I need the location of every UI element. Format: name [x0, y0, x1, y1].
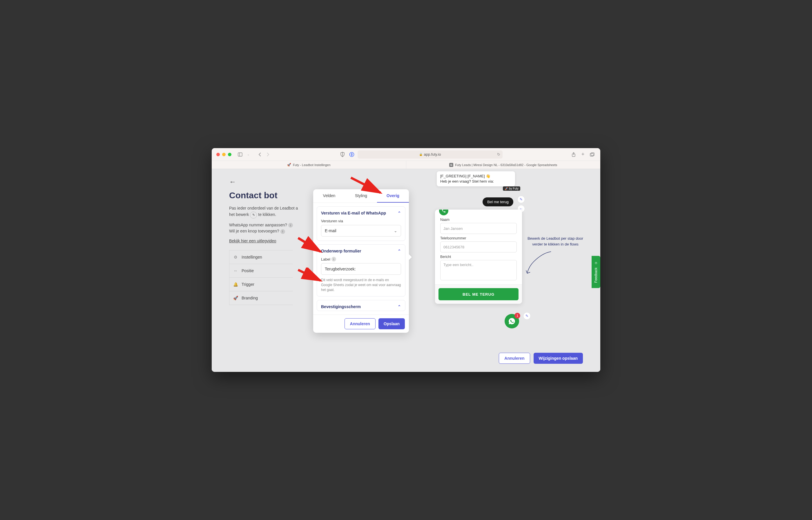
maximize-window-button[interactable]	[228, 153, 231, 156]
chevron-up-icon: ⌃	[398, 211, 401, 215]
lock-icon: 🔒	[419, 153, 423, 156]
futy-favicon: 🚀	[287, 163, 291, 167]
greeting-bubble: [F_GREETING] [F_NAME] 👋 Heb je een vraag…	[437, 171, 515, 186]
section-header[interactable]: Bevestigingsscherm ⌃	[321, 304, 401, 309]
chevron-down-icon[interactable]: ⌄	[245, 151, 252, 158]
tab-overview-icon[interactable]	[589, 151, 596, 158]
name-label: Naam	[440, 218, 517, 222]
fab-badge: 1	[514, 313, 520, 318]
phone-label: Telefoonnummer	[440, 236, 517, 240]
share-icon[interactable]	[570, 151, 577, 158]
tab-styling[interactable]: Styling	[345, 189, 377, 203]
modal-cancel-button[interactable]: Annuleren	[345, 318, 376, 329]
label-input[interactable]	[321, 263, 401, 275]
page-content: ← Contact bot Pas ieder onderdeel van de…	[212, 169, 600, 372]
message-textarea[interactable]: Type een bericht..	[440, 260, 517, 280]
submit-callback-button[interactable]: BEL ME TERUG	[438, 288, 518, 300]
page-cancel-button[interactable]: Annuleren	[499, 353, 530, 364]
section-onderwerp: Onderwerp formulier ⌃ Label i Dit veld w…	[317, 244, 405, 296]
nav-forward-button[interactable]	[264, 151, 272, 158]
sidebar-icon[interactable]	[237, 151, 244, 158]
field-label: Versturen via	[321, 219, 401, 223]
browser-window: ⌄ 🔒 app.futy.io ↻ + 🚀 Futy - Leadbot Ins…	[212, 148, 600, 372]
section-header[interactable]: Versturen via E-mail of WhatsApp ⌃	[321, 211, 401, 215]
whatsapp-fab[interactable]: 1	[505, 314, 519, 329]
info-icon[interactable]: i	[331, 257, 336, 261]
svg-rect-4	[352, 153, 352, 156]
url-text: app.futy.io	[424, 152, 441, 157]
modal-save-button[interactable]: Opslaan	[378, 318, 405, 329]
chevron-down-icon: ⌄	[394, 228, 397, 233]
field-hint: Dit veld wordt meegestuurd in de e-mails…	[321, 278, 401, 292]
svg-point-3	[350, 152, 354, 157]
close-window-button[interactable]	[216, 153, 220, 156]
nav-back-button[interactable]	[256, 151, 263, 158]
settings-modal: Velden Styling Overig Versturen via E-ma…	[313, 189, 409, 333]
browser-tab-futy[interactable]: 🚀 Futy - Leadbot Instellingen	[212, 161, 406, 169]
modal-tabs: Velden Styling Overig	[313, 189, 409, 203]
by-futy-badge: 🚀 by Futy	[503, 186, 520, 191]
phone-input[interactable]: 0612345678	[440, 241, 517, 253]
tab-title: Futy Leads | Miresi Design NL - 6310a58a…	[455, 163, 557, 167]
chevron-up-icon: ⌃	[398, 304, 401, 309]
svg-rect-0	[238, 153, 242, 156]
help-arrow-icon	[525, 250, 554, 276]
browser-toolbar: ⌄ 🔒 app.futy.io ↻ +	[212, 148, 600, 161]
tab-overig[interactable]: Overig	[377, 189, 409, 203]
help-text: Bewerk de Leadbot per stap door verder t…	[525, 236, 586, 247]
versturen-via-select[interactable]: E-mail ⌄	[321, 225, 401, 236]
minimize-window-button[interactable]	[222, 153, 226, 156]
modal-pointer	[408, 254, 412, 261]
section-versturen: Versturen via E-mail of WhatsApp ⌃ Verst…	[317, 206, 405, 241]
address-bar[interactable]: 🔒 app.futy.io ↻	[358, 151, 503, 159]
window-controls	[216, 153, 231, 156]
section-bevestiging: Bevestigingsscherm ⌃	[317, 300, 405, 311]
feedback-icon: ☺	[594, 261, 598, 265]
new-tab-icon[interactable]: +	[579, 151, 586, 158]
edit-pill-button[interactable]: ✎	[517, 196, 525, 203]
tab-title: Futy - Leadbot Instellingen	[293, 163, 331, 167]
page-actions: Annuleren Wijzigingen opslaan	[499, 353, 583, 364]
feedback-tab[interactable]: Feedback ☺	[591, 256, 600, 288]
callback-pill[interactable]: Bel me terug	[483, 198, 513, 206]
message-label: Bericht	[440, 255, 517, 259]
gsheets-favicon: G	[449, 163, 453, 167]
chevron-up-icon: ⌃	[398, 249, 401, 253]
modal-footer: Annuleren Opslaan	[313, 314, 409, 333]
browser-tabs: 🚀 Futy - Leadbot Instellingen G Futy Lea…	[212, 161, 600, 169]
tab-velden[interactable]: Velden	[313, 189, 345, 203]
privacy-shield-icon[interactable]	[339, 151, 346, 158]
callback-form-card: Naam Jan Jansen Telefoonnummer 061234567…	[435, 210, 522, 304]
fab-edit-button[interactable]: ✎	[523, 312, 531, 320]
section-header[interactable]: Onderwerp formulier ⌃	[321, 249, 401, 253]
page-save-button[interactable]: Wijzigingen opslaan	[534, 353, 583, 364]
field-label: Label i	[321, 257, 401, 261]
browser-tab-gsheets[interactable]: G Futy Leads | Miresi Design NL - 6310a5…	[406, 161, 601, 169]
refresh-icon[interactable]: ↻	[497, 152, 500, 157]
1password-icon[interactable]	[348, 151, 355, 158]
name-input[interactable]: Jan Jansen	[440, 223, 517, 234]
